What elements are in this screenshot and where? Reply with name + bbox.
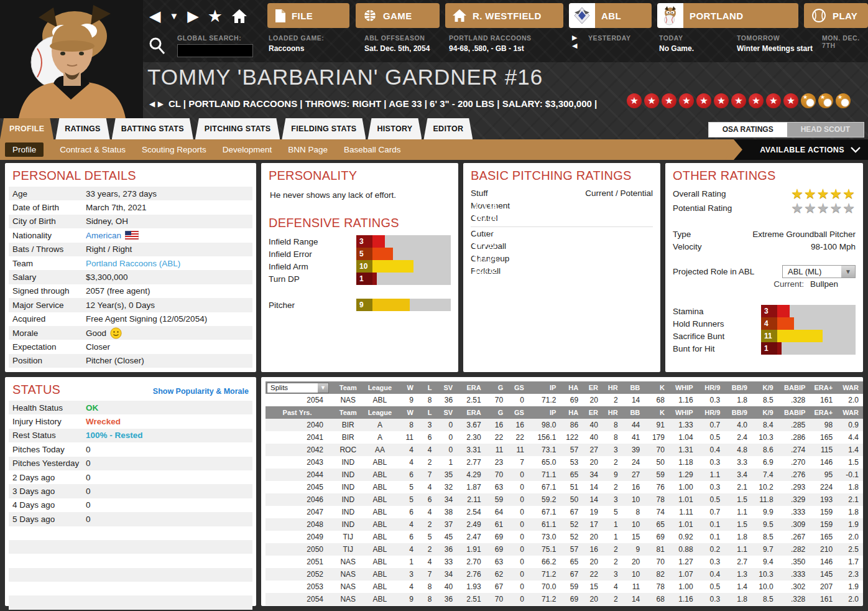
sim-forward-icon[interactable]: ▶ <box>572 34 577 41</box>
stats-header-cell[interactable]: IP <box>529 406 561 419</box>
subnav-item-profile[interactable]: Profile <box>5 142 44 157</box>
stats-header-cell[interactable]: HR/9 <box>698 381 725 394</box>
rating-label: Hold Runners <box>673 319 761 329</box>
stats-header-cell[interactable]: BB <box>622 381 645 394</box>
detail-row: Health StatusOK <box>9 401 252 414</box>
favorite-star-icon[interactable]: ★ <box>208 5 223 27</box>
history-nav: ◀ ▼ ▶ ★ <box>149 5 247 27</box>
toggle-osa-ratings[interactable]: OSA RATINGS <box>709 123 787 137</box>
stats-header-cell[interactable]: BB <box>622 406 645 419</box>
show-popularity-morale-link[interactable]: Show Popularity & Morale <box>153 380 256 396</box>
stats-header-cell[interactable]: BABIP <box>778 381 810 394</box>
stats-header-cell[interactable]: ER <box>583 406 603 419</box>
stats-header-cell[interactable]: BB/9 <box>724 381 752 394</box>
stats-header-cell[interactable]: Team <box>333 381 367 394</box>
stats-header-cell[interactable]: HR/9 <box>698 406 725 419</box>
stats-cell: 34 <box>583 469 603 481</box>
tab-ratings[interactable]: RATINGS <box>55 118 109 139</box>
stats-header-cell[interactable]: League <box>367 406 397 419</box>
league-button[interactable]: ABL <box>569 3 652 28</box>
stats-header-cell[interactable]: G <box>486 381 508 394</box>
game-button[interactable]: GAME <box>356 3 440 28</box>
stats-header-cell[interactable]: BABIP <box>778 406 810 419</box>
stats-header-cell[interactable]: G <box>486 406 508 419</box>
stats-header-cell[interactable]: SV <box>436 381 457 394</box>
tab-history[interactable]: HISTORY <box>367 118 422 139</box>
stats-header-cell[interactable]: IP <box>529 381 561 394</box>
stats-cell: IND <box>333 493 367 506</box>
stats-header-cell[interactable]: L <box>418 406 436 419</box>
file-button[interactable]: FILE <box>267 3 349 28</box>
tab-profile[interactable]: PROFILE <box>0 118 53 139</box>
stats-header-cell[interactable]: Team <box>333 406 367 419</box>
chevron-down-icon[interactable] <box>851 147 861 153</box>
stats-header-cell[interactable]: W <box>397 406 418 419</box>
toggle-head-scout[interactable]: HEAD SCOUT <box>787 123 864 137</box>
subnav-item-bnn-page[interactable]: BNN Page <box>288 145 328 154</box>
manager-button[interactable]: R. WESTFIELD <box>445 3 563 28</box>
home-icon[interactable] <box>231 9 247 24</box>
available-actions-button[interactable]: AVAILABLE ACTIONS <box>760 146 844 154</box>
stats-cell: NAS <box>333 593 367 605</box>
stats-cell: 3 <box>397 568 418 581</box>
stats-cell: 8 <box>622 506 645 518</box>
stats-header-cell[interactable]: WAR <box>837 381 863 394</box>
stats-header-cell[interactable]: ERA <box>457 381 486 394</box>
subnav-item-scouting-reports[interactable]: Scouting Reports <box>142 145 206 154</box>
stats-header-cell[interactable]: SV <box>436 406 457 419</box>
tab-editor[interactable]: EDITOR <box>423 118 473 139</box>
subnav-item-contract-status[interactable]: Contract & Status <box>60 145 126 154</box>
stats-header-cell[interactable]: HA <box>560 406 583 419</box>
stats-header-cell[interactable]: WHIP <box>669 381 698 394</box>
stats-cell: 69 <box>560 593 583 605</box>
search-input[interactable] <box>177 44 253 57</box>
stats-header-cell[interactable]: K <box>644 406 669 419</box>
stats-header-cell[interactable]: BB/9 <box>724 406 752 419</box>
stats-header-cell[interactable]: HR <box>603 406 622 419</box>
stats-header-cell[interactable]: HA <box>560 381 583 394</box>
stats-header-cell[interactable]: WAR <box>837 406 863 419</box>
stats-header-cell[interactable]: ERA+ <box>810 406 837 419</box>
sim-back-icon[interactable]: ◀ <box>572 42 577 49</box>
stats-header-cell[interactable]: L <box>418 381 436 394</box>
stats-header-cell[interactable]: HR <box>603 381 622 394</box>
today-value: No Game. <box>659 44 694 53</box>
subnav-item-development[interactable]: Development <box>223 145 272 154</box>
stats-header-cell[interactable]: K/9 <box>752 406 778 419</box>
detail-value[interactable]: American <box>86 231 139 240</box>
stats-header-cell[interactable]: K <box>644 381 669 394</box>
stats-header-cell[interactable]: GS <box>507 406 529 419</box>
stats-header-cell[interactable]: W <box>397 381 418 394</box>
stats-cell: 69 <box>486 543 508 556</box>
tab-fielding-stats[interactable]: FIELDING STATS <box>282 118 366 139</box>
next-player-icon[interactable]: ▶ <box>158 100 164 108</box>
stats-cell: 0.3 <box>698 556 725 568</box>
tab-batting-stats[interactable]: BATTING STATS <box>112 118 193 139</box>
prev-player-icon[interactable]: ◀ <box>149 100 155 108</box>
stats-header-cell[interactable]: League <box>367 381 397 394</box>
subnav-item-baseball-cards[interactable]: Baseball Cards <box>344 145 401 154</box>
team-button[interactable]: PORTLAND <box>657 3 798 28</box>
stats-header-cell[interactable]: ERA+ <box>810 381 837 394</box>
stats-header-cell[interactable]: ER <box>583 381 603 394</box>
rating-value: 3 <box>761 305 777 317</box>
stats-cell: 0.3 <box>698 593 725 605</box>
tab-pitching-stats[interactable]: PITCHING STATS <box>195 118 280 139</box>
forward-icon[interactable]: ▶ <box>187 5 198 27</box>
projected-role-dropdown[interactable]: ABL (ML) ▼ <box>782 265 856 278</box>
splits-dropdown[interactable]: Splits▼ <box>267 383 329 393</box>
stats-cell: 9 <box>397 593 418 605</box>
detail-value[interactable]: Portland Raccoons (ABL) <box>86 259 180 268</box>
stats-header-cell[interactable]: WHIP <box>669 406 698 419</box>
rating-row: Stamina3 <box>673 305 856 317</box>
detail-label: 5 Days ago <box>9 515 86 524</box>
stats-header-cell[interactable]: K/9 <box>752 381 778 394</box>
stats-cell: 63 <box>486 481 508 493</box>
stats-cell: 0 <box>507 481 529 493</box>
stats-header-cell[interactable]: GS <box>507 381 529 394</box>
dropdown-icon[interactable]: ▼ <box>169 5 178 27</box>
stats-header-cell[interactable]: ERA <box>457 406 486 419</box>
play-button[interactable]: PLAY <box>804 3 868 28</box>
stats-cell: 8 <box>603 431 622 444</box>
back-icon[interactable]: ◀ <box>149 5 160 27</box>
